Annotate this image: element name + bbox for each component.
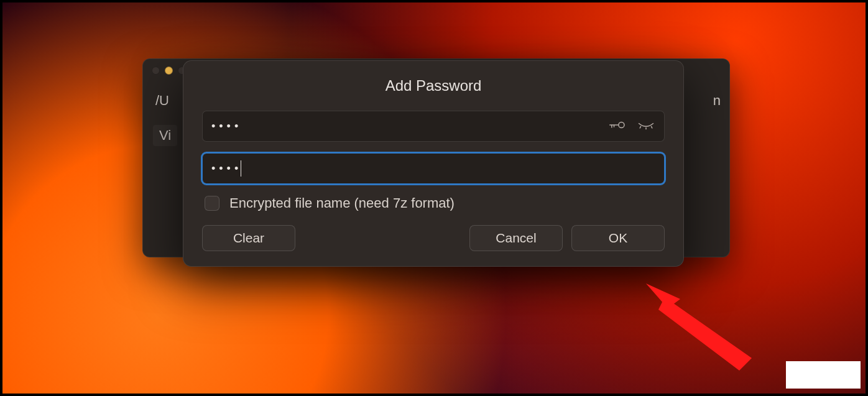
add-password-dialog: Add Password •••• (183, 60, 684, 267)
dialog-title: Add Password (202, 77, 665, 94)
text-caret (241, 160, 241, 177)
traffic-lights (152, 67, 186, 75)
key-icon[interactable] (608, 118, 627, 134)
back-right-fragment: n (713, 93, 721, 109)
traffic-light-close[interactable] (152, 67, 160, 75)
svg-point-0 (619, 122, 624, 127)
password-input[interactable]: •••• (202, 111, 665, 142)
svg-line-6 (651, 126, 652, 129)
traffic-light-minimize[interactable] (165, 67, 173, 75)
password-value: •••• (211, 120, 242, 133)
svg-line-4 (640, 126, 641, 129)
watermark-box (786, 361, 861, 389)
eye-closed-icon[interactable] (637, 118, 655, 134)
confirm-password-value: •••• (211, 160, 241, 177)
clear-button[interactable]: Clear (202, 225, 295, 251)
confirm-password-input[interactable]: •••• (202, 153, 665, 184)
ok-button[interactable]: OK (571, 225, 665, 251)
cancel-button[interactable]: Cancel (469, 225, 563, 251)
encrypt-filename-checkbox[interactable] (205, 196, 219, 211)
encrypt-filename-label: Encrypted file name (need 7z format) (229, 195, 455, 211)
path-text: /U (155, 93, 169, 109)
back-tag: Vi (153, 125, 177, 146)
